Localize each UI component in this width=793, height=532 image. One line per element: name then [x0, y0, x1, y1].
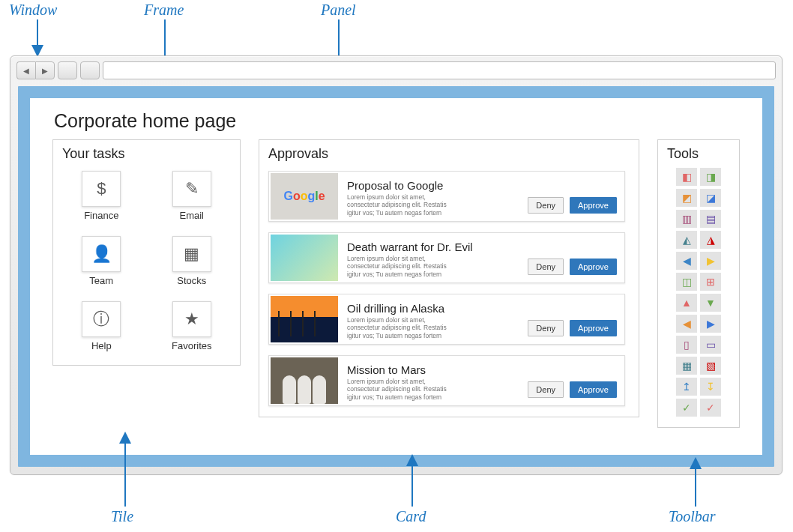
tile-label: Email	[179, 210, 204, 221]
tool-button[interactable]: ◪	[700, 189, 721, 207]
tile-email[interactable]: ✎Email	[157, 171, 227, 221]
tile-stocks[interactable]: ▦Stocks	[157, 236, 227, 286]
annotation-tile: Tile	[111, 508, 133, 525]
tool-button[interactable]: ◫	[676, 273, 697, 291]
approve-button[interactable]: Approve	[570, 197, 617, 214]
tools-panel: Tools ◧◨◩◪▥▤◭◮◀▶◫⊞▲▼◀▶▯▭▦▧↥↧✓✓	[657, 139, 740, 428]
tasks-panel-title: Your tasks	[62, 146, 231, 162]
tool-button[interactable]: ✓	[700, 399, 721, 417]
tile-label: Favorites	[172, 340, 211, 351]
help-icon: ⓘ	[82, 301, 121, 337]
tool-button[interactable]: ▦	[676, 357, 697, 375]
tool-button[interactable]: ↧	[700, 378, 721, 396]
stocks-icon: ▦	[172, 236, 211, 272]
arrow-toolbar	[688, 457, 703, 507]
annotation-toolbar: Toolbar	[669, 508, 716, 525]
card: Oil drilling in AlaskaLorem ipsum dolor …	[268, 294, 625, 345]
tools-panel-title: Tools	[667, 146, 730, 162]
tool-button[interactable]: ▯	[676, 336, 697, 354]
page-title: Corporate home page	[54, 110, 740, 132]
annotation-window: Window	[9, 1, 57, 19]
tool-button[interactable]: ▶	[700, 252, 721, 270]
approve-button[interactable]: Approve	[570, 259, 617, 275]
approve-button[interactable]: Approve	[570, 381, 617, 398]
tool-button[interactable]: ▤	[700, 210, 721, 228]
card-title: Mission to Mars	[347, 363, 623, 376]
browser-window: ◀ ▶ Corporate home page Your tasks $Fina…	[10, 55, 783, 475]
forward-button[interactable]: ▶	[35, 61, 55, 79]
card: Mission to MarsLorem ipsum dolor sit ame…	[268, 355, 625, 406]
tool-button[interactable]: ⊞	[700, 273, 721, 291]
tile-label: Finance	[84, 210, 118, 221]
card-title: Death warrant for Dr. Evil	[347, 241, 623, 253]
arrow-window	[30, 19, 45, 57]
tool-button[interactable]: ▥	[676, 210, 697, 228]
deny-button[interactable]: Deny	[528, 197, 564, 214]
tool-button[interactable]: ◀	[676, 315, 697, 333]
browser-button-1[interactable]	[58, 61, 77, 79]
browser-toolbar: ◀ ▶	[10, 56, 782, 85]
card-thumbnail	[271, 296, 338, 342]
tool-button[interactable]: ◨	[700, 168, 721, 186]
email-icon: ✎	[172, 171, 211, 207]
url-bar[interactable]	[103, 61, 776, 79]
card-thumbnail	[271, 357, 338, 404]
tool-button[interactable]: ✓	[676, 399, 697, 417]
tool-button[interactable]: ▭	[700, 336, 721, 354]
deny-button[interactable]: Deny	[528, 259, 564, 275]
card-title: Proposal to Google	[347, 179, 623, 192]
card: Death warrant for Dr. EvilLorem ipsum do…	[268, 232, 625, 283]
tile-team[interactable]: 👤Team	[67, 236, 136, 286]
card-title: Oil drilling in Alaska	[347, 302, 623, 315]
arrow-card	[405, 454, 420, 507]
browser-button-2[interactable]	[80, 61, 100, 79]
tool-button[interactable]: ◀	[676, 252, 697, 270]
frame: Corporate home page Your tasks $Finance✎…	[18, 86, 774, 467]
favorites-icon: ★	[172, 301, 211, 337]
arrow-tile	[118, 432, 133, 507]
tile-help[interactable]: ⓘHelp	[67, 301, 136, 351]
annotation-panel: Panel	[321, 1, 356, 19]
tool-button[interactable]: ▶	[700, 315, 721, 333]
card-description: Lorem ipsum dolor sit amet, consectetur …	[347, 316, 459, 340]
tool-button[interactable]: ◭	[676, 231, 697, 249]
tool-button[interactable]: ▲	[676, 294, 697, 312]
tool-button[interactable]: ↥	[676, 378, 697, 396]
back-button[interactable]: ◀	[16, 61, 35, 79]
card-thumbnail: Google	[271, 173, 338, 220]
tasks-panel: Your tasks $Finance✎Email👤Team▦StocksⓘHe…	[52, 139, 241, 366]
tile-label: Stocks	[177, 275, 206, 286]
card-description: Lorem ipsum dolor sit amet, consectetur …	[347, 255, 459, 279]
card-description: Lorem ipsum dolor sit amet, consectetur …	[347, 378, 459, 402]
annotation-card: Card	[396, 508, 426, 525]
finance-icon: $	[82, 171, 121, 207]
approvals-panel-title: Approvals	[268, 146, 630, 162]
tile-label: Team	[89, 275, 113, 286]
approvals-panel: Approvals GoogleProposal to GoogleLorem …	[259, 139, 639, 417]
tool-button[interactable]: ◧	[676, 168, 697, 186]
tool-button[interactable]: ▼	[700, 294, 721, 312]
card-thumbnail	[271, 235, 338, 281]
deny-button[interactable]: Deny	[528, 320, 564, 336]
tool-button[interactable]: ◮	[700, 231, 721, 249]
tool-button[interactable]: ◩	[676, 189, 697, 207]
approve-button[interactable]: Approve	[570, 320, 617, 336]
deny-button[interactable]: Deny	[528, 381, 564, 398]
team-icon: 👤	[82, 236, 121, 272]
tool-button[interactable]: ▧	[700, 357, 721, 375]
tile-finance[interactable]: $Finance	[67, 171, 136, 221]
card-description: Lorem ipsum dolor sit amet, consectetur …	[347, 193, 459, 217]
card: GoogleProposal to GoogleLorem ipsum dolo…	[268, 171, 625, 222]
tile-favorites[interactable]: ★Favorites	[157, 301, 227, 351]
annotation-frame: Frame	[144, 1, 184, 19]
tile-label: Help	[91, 340, 112, 351]
